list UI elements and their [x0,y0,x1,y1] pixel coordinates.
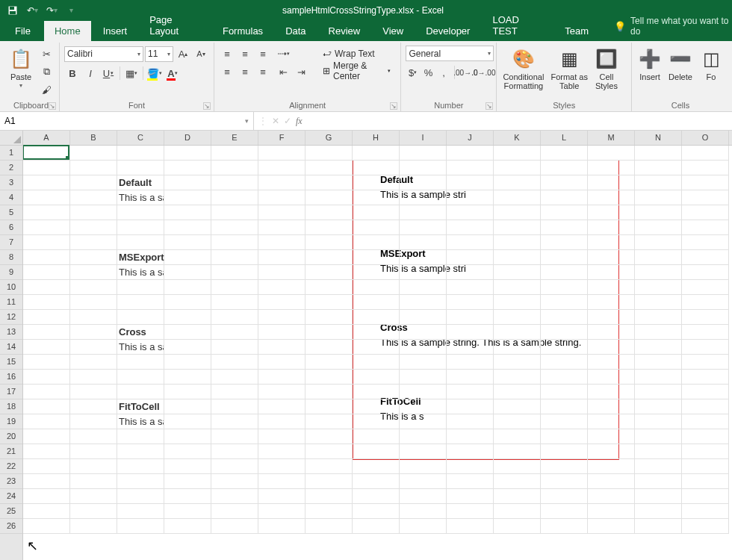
cell-J13[interactable] [447,325,494,340]
cell-N21[interactable] [635,444,682,459]
cell-K18[interactable] [494,399,541,414]
cell-H22[interactable] [353,459,400,474]
cell-D19[interactable] [164,414,211,429]
cell-D13[interactable] [164,325,211,340]
cell-B2[interactable] [70,161,117,175]
cell-E23[interactable] [211,474,258,489]
row-header-3[interactable]: 3 [0,175,22,190]
cell-A19[interactable] [23,414,70,429]
cell-H9[interactable] [353,265,400,280]
cell-G12[interactable] [305,310,353,325]
cell-H23[interactable] [353,474,400,489]
cell-H17[interactable] [353,385,400,399]
cell-B3[interactable] [70,175,117,190]
row-header-8[interactable]: 8 [0,250,22,265]
cell-F26[interactable] [258,519,305,534]
cell-N9[interactable] [635,265,682,280]
tab-data[interactable]: Data [275,21,316,41]
cell-I21[interactable] [400,444,447,459]
cell-M1[interactable] [588,146,635,161]
column-header-K[interactable]: K [494,131,541,145]
cell-L3[interactable] [541,175,588,190]
cell-L12[interactable] [541,310,588,325]
cell-I19[interactable] [400,414,447,429]
insert-cells-button[interactable]: ➕ Insert [636,46,663,83]
fx-button[interactable]: fx [296,116,303,127]
cell-N19[interactable] [635,414,682,429]
cell-I7[interactable] [400,235,447,250]
align-middle-button[interactable]: ≡ [237,46,253,62]
cell-I12[interactable] [400,310,447,325]
cell-K24[interactable] [494,489,541,504]
cell-J18[interactable] [447,399,494,414]
row-header-26[interactable]: 26 [0,519,22,534]
tab-page-layout[interactable]: Page Layout [139,10,211,41]
row-header-4[interactable]: 4 [0,190,22,205]
cell-M19[interactable] [588,414,635,429]
row-header-12[interactable]: 12 [0,310,22,325]
decrease-font-button[interactable]: A▾ [193,46,209,62]
cell-O6[interactable] [682,220,729,235]
cell-K23[interactable] [494,474,541,489]
accounting-format-button[interactable]: $▾ [406,64,420,81]
cell-C3[interactable]: Default [117,175,164,190]
cell-G18[interactable] [305,399,353,414]
cell-F14[interactable] [258,340,305,355]
cell-L18[interactable] [541,399,588,414]
cell-K3[interactable] [494,175,541,190]
cell-F9[interactable] [258,265,305,280]
cell-E3[interactable] [211,175,258,190]
cell-G4[interactable] [305,190,353,205]
cell-H20[interactable] [353,429,400,444]
cell-B9[interactable] [70,265,117,280]
row-header-22[interactable]: 22 [0,459,22,474]
font-name-select[interactable]: Calibri▾ [64,46,143,62]
cell-L19[interactable] [541,414,588,429]
cell-J24[interactable] [447,489,494,504]
cell-M20[interactable] [588,429,635,444]
format-cells-button[interactable]: ◫ Fo [698,46,725,83]
cell-J7[interactable] [447,235,494,250]
cell-J16[interactable] [447,370,494,385]
cell-C13[interactable]: Cross [117,325,164,340]
cell-F17[interactable] [258,385,305,399]
cell-H4[interactable] [353,190,400,205]
cell-I1[interactable] [400,146,447,161]
cell-C25[interactable] [117,504,164,519]
cell-C1[interactable] [117,146,164,161]
cell-O3[interactable] [682,175,729,190]
bold-button[interactable]: B [64,65,81,81]
cell-I6[interactable] [400,220,447,235]
cell-G16[interactable] [305,370,353,385]
cell-B19[interactable] [70,414,117,429]
cell-M7[interactable] [588,235,635,250]
cell-J12[interactable] [447,310,494,325]
cell-B16[interactable] [70,370,117,385]
cell-A23[interactable] [23,474,70,489]
cell-A17[interactable] [23,385,70,399]
cell-J25[interactable] [447,504,494,519]
cell-N24[interactable] [635,489,682,504]
cell-K8[interactable] [494,250,541,265]
cell-N14[interactable] [635,340,682,355]
format-as-table-button[interactable]: ▦ Format as Table [549,46,589,92]
cell-O18[interactable] [682,399,729,414]
cell-F23[interactable] [258,474,305,489]
cell-C12[interactable] [117,310,164,325]
cell-D8[interactable] [164,250,211,265]
cell-O25[interactable] [682,504,729,519]
cell-E14[interactable] [211,340,258,355]
redo-button[interactable]: ↷▾ [43,2,60,19]
cell-O15[interactable] [682,355,729,370]
decrease-decimal-button[interactable]: .0→.00 [475,64,491,81]
cell-L6[interactable] [541,220,588,235]
cell-D4[interactable] [164,190,211,205]
cell-M16[interactable] [588,370,635,385]
cell-C17[interactable] [117,385,164,399]
cell-B10[interactable] [70,280,117,295]
cell-E12[interactable] [211,310,258,325]
cell-O4[interactable] [682,190,729,205]
cell-E19[interactable] [211,414,258,429]
cell-B15[interactable] [70,355,117,370]
decrease-indent-button[interactable]: ⇤ [275,63,291,80]
